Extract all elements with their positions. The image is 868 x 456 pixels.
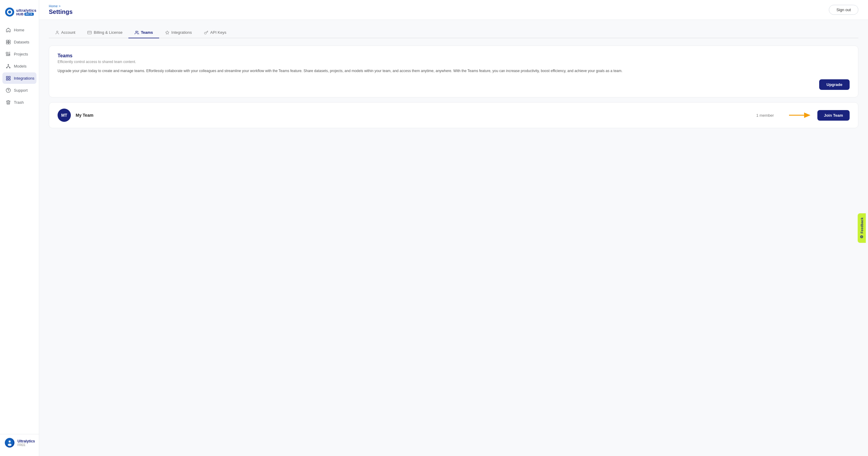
sidebar-item-projects-label: Projects (14, 52, 28, 56)
feedback-icon: ⚙ (859, 235, 864, 238)
settings-tabs: Account Billing & License Teams (49, 27, 858, 38)
feedback-label: Feedback (860, 218, 864, 233)
beta-badge: BETA (24, 13, 34, 16)
tab-integrations[interactable]: Integrations (159, 27, 198, 38)
avatar (5, 438, 14, 448)
svg-rect-3 (6, 40, 8, 42)
svg-point-14 (9, 440, 11, 443)
logo-hub: HUB (16, 13, 24, 16)
header: Home > Settings Sign out (39, 0, 868, 20)
logo-sub: HUB BETA (16, 13, 36, 16)
footer-plan: FREE (18, 443, 35, 447)
svg-point-2 (8, 10, 11, 13)
teams-card-footer: Upgrade (58, 79, 849, 90)
breadcrumb-separator: > (59, 4, 60, 8)
sidebar-item-support-label: Support (14, 88, 28, 93)
breadcrumb-home-link[interactable]: Home (49, 4, 58, 8)
breadcrumb-trail: Home > (49, 4, 73, 8)
sidebar-item-datasets-label: Datasets (14, 40, 29, 44)
sidebar-item-datasets[interactable]: Datasets (2, 36, 36, 48)
sidebar-item-home-label: Home (14, 28, 24, 32)
sidebar-item-trash[interactable]: Trash (2, 96, 36, 108)
models-icon (5, 63, 11, 69)
account-tab-icon (55, 30, 59, 35)
team-avatar: MT (58, 109, 71, 122)
teams-card-title: Teams (58, 53, 849, 58)
sidebar-nav: Home Datasets Projects Models (0, 24, 39, 434)
ultralytics-logo-icon (5, 7, 14, 17)
sidebar-item-home[interactable]: Home (2, 24, 36, 36)
join-arrow-icon (788, 112, 812, 119)
upgrade-button[interactable]: Upgrade (819, 79, 849, 90)
sidebar-item-support[interactable]: Support (2, 84, 36, 96)
logo: ultralytics HUB BETA (0, 5, 39, 24)
sidebar-footer[interactable]: Ultralytics FREE (0, 434, 39, 451)
logo-text: ultralytics HUB BETA (16, 8, 36, 16)
main-content: Home > Settings Sign out Account Billing (39, 0, 868, 456)
tab-api-keys-label: API Keys (210, 30, 226, 35)
svg-marker-20 (165, 31, 169, 34)
tab-account[interactable]: Account (49, 27, 82, 38)
tab-integrations-label: Integrations (172, 30, 192, 35)
teams-card-subtitle: Efficiently control access to shared tea… (58, 60, 849, 64)
tab-account-label: Account (61, 30, 75, 35)
content-area: Account Billing & License Teams (39, 20, 868, 456)
arrow-indicator (788, 112, 812, 119)
svg-rect-17 (88, 31, 92, 34)
svg-rect-5 (6, 42, 8, 44)
team-actions: Join Team (788, 110, 849, 121)
teams-tab-icon (134, 30, 139, 35)
svg-point-19 (135, 31, 137, 32)
svg-rect-6 (8, 42, 10, 44)
svg-point-15 (8, 444, 11, 446)
sidebar-item-projects[interactable]: Projects (2, 48, 36, 60)
breadcrumb: Home > Settings (49, 4, 73, 16)
tab-billing-label: Billing & License (94, 30, 122, 35)
sidebar-item-models[interactable]: Models (2, 60, 36, 72)
join-team-button[interactable]: Join Team (817, 110, 849, 121)
page-title: Settings (49, 8, 73, 16)
api-keys-tab-icon (204, 30, 209, 35)
footer-info: Ultralytics FREE (18, 439, 35, 447)
logo-title: ultralytics (16, 8, 36, 12)
team-members: 1 member (756, 113, 774, 118)
projects-icon (5, 51, 11, 57)
integrations-icon (5, 76, 11, 81)
svg-point-16 (56, 31, 58, 32)
sidebar-item-integrations-label: Integrations (14, 76, 34, 81)
sidebar-item-integrations[interactable]: Integrations (2, 73, 36, 84)
svg-rect-7 (6, 52, 8, 54)
home-icon (5, 27, 11, 33)
tab-api-keys[interactable]: API Keys (198, 27, 232, 38)
billing-tab-icon (87, 30, 92, 35)
team-row: MT My Team 1 member Join Team (49, 102, 858, 128)
trash-icon (5, 99, 11, 105)
team-name: My Team (76, 113, 751, 118)
tab-billing[interactable]: Billing & License (82, 27, 128, 38)
teams-info-card: Teams Efficiently control access to shar… (49, 46, 858, 97)
support-icon (5, 87, 11, 93)
integrations-tab-icon (165, 30, 170, 35)
teams-card-body: Upgrade your plan today to create and ma… (58, 68, 849, 74)
feedback-tab[interactable]: ⚙ Feedback (858, 213, 866, 243)
datasets-icon (5, 39, 11, 45)
sidebar-item-trash-label: Trash (14, 100, 24, 105)
svg-rect-4 (8, 40, 10, 42)
sign-out-button[interactable]: Sign out (829, 5, 858, 15)
footer-name: Ultralytics (18, 439, 35, 443)
sidebar: ultralytics HUB BETA Home Datasets (0, 0, 39, 456)
tab-teams[interactable]: Teams (128, 27, 159, 38)
tab-teams-label: Teams (141, 30, 153, 35)
user-avatar-icon (6, 439, 13, 446)
sidebar-item-models-label: Models (14, 64, 27, 68)
